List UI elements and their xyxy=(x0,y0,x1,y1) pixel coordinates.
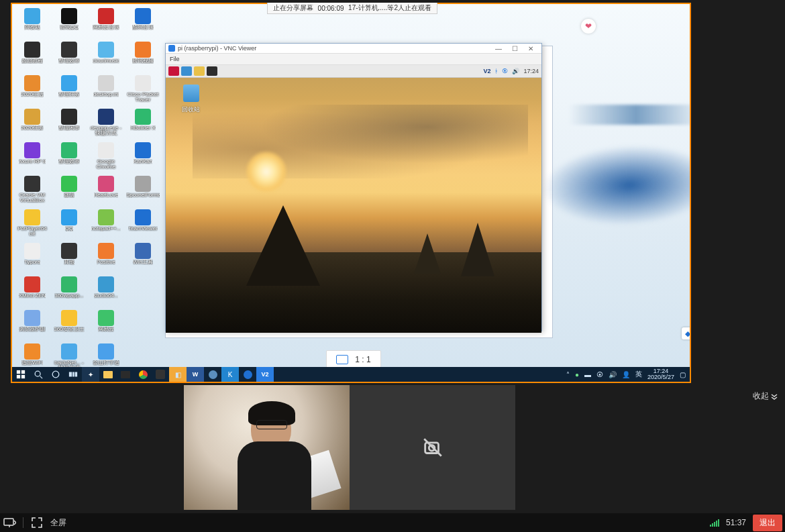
desktop-icon[interactable]: studio64... xyxy=(89,275,123,307)
tray-chevron-up-icon[interactable]: ˄ xyxy=(566,371,570,378)
pinned-app-blue[interactable]: K xyxy=(221,367,239,382)
pinned-teamviewer[interactable] xyxy=(239,367,256,382)
desktop-icon[interactable]: desktop.ini xyxy=(89,74,123,106)
shared-screen-frame: ❤ ◆ 回收站起始教程2020生活2020任务Axure RP 8Oracle … xyxy=(11,3,691,383)
svg-rect-0 xyxy=(17,370,20,374)
wifi-icon[interactable]: ⦿ xyxy=(502,68,508,74)
desktop-icon[interactable]: cloudmusic xyxy=(89,40,123,72)
pinned-app-orange[interactable]: ◧ xyxy=(169,367,187,382)
taskbar-clock[interactable]: 17:24 2020/5/27 xyxy=(647,368,674,380)
teamviewer-float-icon[interactable]: ◆ xyxy=(682,327,691,339)
desktop-icon[interactable]: 360wpapp... xyxy=(52,275,87,307)
volume-tray-icon[interactable]: 🔊 xyxy=(609,371,617,378)
desktop-icon[interactable]: 腾讯QQ xyxy=(52,7,87,39)
maximize-button[interactable]: ☐ xyxy=(507,44,523,52)
windows-taskbar[interactable]: ✦ ◧ W K V2 ˄ ● ▬ ⦿ 🔊 👤 英 xyxy=(12,367,690,382)
minimize-button[interactable]: — xyxy=(490,44,507,52)
desktop-icon[interactable]: devqpp.exe - 快捷方式 xyxy=(89,107,123,140)
rpi-taskbar[interactable]: V2 ᚼ ⦿ 🔊 17:24 xyxy=(166,65,541,78)
volume-icon[interactable]: 🔊 xyxy=(512,68,519,74)
desktop-icon[interactable]: XMind ZEN xyxy=(15,275,50,307)
desktop-icon[interactable]: TeamViewer xyxy=(125,208,160,240)
fullscreen-label[interactable]: 全屏 xyxy=(50,517,66,529)
desktop-icon[interactable]: Google Chrome xyxy=(89,141,123,173)
raspberry-icon[interactable] xyxy=(168,66,179,76)
task-view-icon[interactable] xyxy=(64,367,82,382)
desktop-icon[interactable]: 微信 xyxy=(52,174,87,207)
vnc-viewer-window[interactable]: pi (raspberrypi) - VNC Viewer — ☐ ✕ File xyxy=(165,43,542,331)
desktop-icon[interactable]: KanKan xyxy=(125,141,160,173)
desktop-icon[interactable]: Oracle VM VirtualBox xyxy=(15,174,50,207)
pinned-chrome[interactable] xyxy=(134,367,152,382)
pinned-file-explorer[interactable] xyxy=(99,367,117,382)
desktop-icon[interactable]: Typora xyxy=(15,242,50,274)
vnc-menubar[interactable]: File xyxy=(166,54,541,65)
desktop-icon[interactable]: 酷狗音乐 xyxy=(125,7,160,39)
share-viewers-info: 17-计算机.....等2人止在观看 xyxy=(348,3,431,13)
desktop-icon[interactable]: Axure RP 8 xyxy=(15,141,50,173)
bluetooth-icon[interactable]: ᚼ xyxy=(494,68,498,74)
terminal-icon[interactable] xyxy=(207,66,217,76)
desktop-icon[interactable]: Win工具 xyxy=(125,242,160,274)
desktop-icon[interactable]: notepad++... xyxy=(89,208,123,240)
file-manager-icon[interactable] xyxy=(194,66,205,76)
pinned-globe[interactable] xyxy=(204,367,221,382)
wallpaper-clouds xyxy=(193,105,528,178)
desktop-icon[interactable]: 整理效率 xyxy=(52,40,87,72)
vnc-menu-file[interactable]: File xyxy=(170,56,180,62)
remote-desktop-wallpaper: ❤ ◆ 回收站起始教程2020生活2020任务Axure RP 8Oracle … xyxy=(12,4,690,382)
desktop-icon[interactable]: 整理闲事 xyxy=(52,107,87,140)
pinned-terminal[interactable] xyxy=(117,367,134,382)
windows-tray[interactable]: ˄ ● ▬ ⦿ 🔊 👤 英 17:24 2020/5/27 ▢ xyxy=(562,368,690,380)
cortana-icon[interactable] xyxy=(47,367,64,382)
desktop-icon[interactable]: HeartLove xyxy=(89,174,123,207)
desktop-icon[interactable]: 起始教程 xyxy=(15,40,50,72)
desktop-icon[interactable]: Positive xyxy=(89,242,123,274)
desktop-icon[interactable]: 网易云 xyxy=(89,309,123,341)
participant-camera-off[interactable] xyxy=(350,385,515,510)
desktop-icon[interactable]: 回收站 xyxy=(15,7,50,39)
desktop-icon[interactable]: Cisco Packet Tracer xyxy=(125,74,160,106)
user-tray-icon[interactable]: 👤 xyxy=(622,371,630,378)
desktop-icon[interactable]: 腾讯视频 xyxy=(125,40,160,72)
vnc-app-icon xyxy=(168,45,175,52)
desktop-icon[interactable]: QQ xyxy=(52,208,87,240)
web-browser-icon[interactable] xyxy=(181,66,192,76)
desktop-icon[interactable]: 整理任务 xyxy=(52,74,87,106)
ime-indicator[interactable]: 英 xyxy=(635,370,642,379)
rpi-desktop[interactable]: 回收站 xyxy=(166,78,541,333)
share-to-screen-button[interactable] xyxy=(3,516,16,529)
exit-button[interactable]: 退出 xyxy=(753,515,782,531)
desktop-icon[interactable]: 整理效率 xyxy=(52,141,87,173)
zoom-ratio-widget[interactable]: 1 : 1 xyxy=(326,350,381,369)
vnc-server-icon[interactable]: V2 xyxy=(483,68,490,74)
battery-icon[interactable]: ▬ xyxy=(584,371,591,378)
desktop-icon[interactable]: 2020生活 xyxy=(15,74,50,106)
desktop-icon[interactable]: HBuilder X xyxy=(125,107,160,140)
wifi-tray-icon[interactable]: ⦿ xyxy=(596,371,603,378)
vnc-titlebar[interactable]: pi (raspberrypi) - VNC Viewer — ☐ ✕ xyxy=(166,44,541,54)
desktop-icon[interactable]: 360安全卫士 xyxy=(52,309,87,341)
notification-icon[interactable]: ▢ xyxy=(680,371,686,378)
collapse-participants-button[interactable]: 收起 xyxy=(753,390,778,402)
desktop-icon[interactable]: 浏览器护眼 xyxy=(15,309,50,341)
stop-share-label[interactable]: 止在分享屏幕 xyxy=(273,3,313,13)
vnc-title-text: pi (raspberrypi) - VNC Viewer xyxy=(178,45,256,52)
wechat-tray-icon[interactable]: ● xyxy=(575,371,579,378)
start-button[interactable] xyxy=(12,367,30,382)
pinned-app-1[interactable]: ✦ xyxy=(82,367,99,382)
sharing-status-banner[interactable]: 止在分享屏幕 00:06:09 17-计算机.....等2人止在观看 xyxy=(267,3,437,14)
pinned-vnc[interactable]: V2 xyxy=(256,367,274,382)
desktop-icon[interactable]: 网易云音乐 xyxy=(89,7,123,39)
desktop-icon[interactable]: 2020任务 xyxy=(15,107,50,140)
participant-camera-on[interactable] xyxy=(184,385,350,510)
pinned-app-dark[interactable] xyxy=(152,367,169,382)
rpi-trash-icon[interactable]: 回收站 xyxy=(182,85,200,114)
close-button[interactable]: ✕ xyxy=(523,44,539,52)
desktop-icon[interactable]: 其他 xyxy=(52,242,87,274)
desktop-icon[interactable]: PotPlayer64 bit xyxy=(15,208,50,240)
search-icon[interactable] xyxy=(30,367,47,382)
pinned-word[interactable]: W xyxy=(187,367,204,382)
fullscreen-button[interactable] xyxy=(30,516,44,529)
desktop-icon[interactable]: SpconelFormatter xyxy=(125,174,160,207)
